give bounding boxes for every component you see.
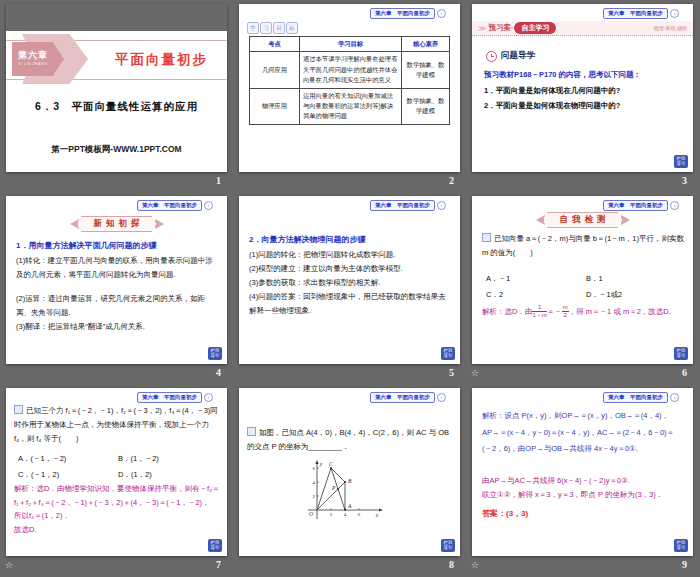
cell-mubiao: 通过本节课学习理解向量在处理有关平面几何问题中的优越性并体会向量在几何和现实生活…	[300, 52, 402, 88]
nav-badge[interactable]: 栏目 导引	[441, 347, 455, 360]
slide-number: 4	[216, 367, 221, 378]
nav-badge[interactable]: 栏目 导引	[674, 155, 688, 168]
chapter-tab-label: 第六章 平面向量初步	[603, 392, 668, 403]
chapter-header-tab: 第六章 平面向量初步 ›	[370, 8, 446, 19]
analysis-text: 联立①②，解得 x＝3，y＝3，即点 P 的坐标为(3，3)．	[482, 488, 684, 502]
band-highlight: 自主学习	[514, 22, 556, 34]
figure-coordinate-plane: xyO246246ABCP	[301, 460, 385, 524]
lesson-subtitle: 6．3 平面向量线性运算的应用	[6, 100, 227, 114]
option-c: C．2	[486, 290, 586, 300]
analysis-text: 解析：选D．由	[482, 307, 532, 316]
cell-kaodian: 几何应用	[250, 52, 300, 88]
svg-text:6: 6	[313, 466, 316, 471]
slide-number: 7	[216, 559, 221, 570]
clock-icon	[486, 51, 497, 62]
slide-thumbnail-6[interactable]: 第六章 平面向量初步 › 自我检测 已知向量 a＝(－2，m)与向量 b＝(1－…	[472, 196, 693, 364]
option-b: B．(1，－2)	[118, 454, 213, 464]
chapter-tab-label: 第六章 平面向量初步	[603, 200, 668, 211]
question-text: 如图，已知点 A(4，0)，B(4，4)，C(2，6)，则 AC 与 OB 的交…	[247, 428, 449, 451]
slide-number: 5	[449, 367, 454, 378]
nav-circle-icon: ›	[204, 201, 213, 210]
slide-thumbnail-2[interactable]: 第六章 平面向量初步 › 学 习 目 标 考点 学习目标 核心素养 几何应用 通…	[239, 4, 460, 172]
option-d: D．(1，2)	[118, 470, 213, 480]
analysis-text: 解析：选D．由物理学知识知，要使物体保持平衡，则有－f₄＝f₁＋f₂＋f₃＝(－…	[14, 482, 220, 509]
nav-badge-text: 导引	[208, 545, 222, 551]
title-banner: 第六章 DI LIU ZHANG 平面向量初步	[6, 40, 227, 80]
svg-text:2: 2	[330, 512, 333, 517]
cell-kaodian: 物理应用	[250, 88, 300, 124]
step-line: (3)翻译：把运算结果“翻译”成几何关系.	[16, 322, 145, 331]
analysis-text: ，得 m＝－1 或 m＝2，故选D.	[569, 307, 671, 316]
chapter-header-tab: 第六章 平面向量初步 ›	[603, 392, 679, 403]
option-d: D．－1或2	[586, 290, 676, 300]
chapter-tab-label: 第六章 平面向量初步	[137, 200, 202, 211]
chapter-tab-label: 第六章 平面向量初步	[370, 200, 435, 211]
slide-thumbnail-1[interactable]: 第六章 DI LIU ZHANG 平面向量初步 6．3 平面向量线性运算的应用 …	[6, 4, 227, 172]
chapter-header-tab: 第六章 平面向量初步 ›	[137, 392, 213, 403]
nav-badge-text: 导引	[674, 545, 688, 551]
slide-number: 2	[449, 175, 454, 186]
slide-thumbnail-4[interactable]: 第六章 平面向量初步 › 新知初探 1．用向量方法解决平面几何问题的步骤 (1)…	[6, 196, 227, 364]
band-tagline: 梳理·发现·感悟	[654, 25, 687, 31]
svg-text:4: 4	[313, 480, 316, 485]
cell-suyang: 数学抽象、数学建模	[402, 88, 450, 124]
guide-question: 1．平面向量是如何体现在几何问题中的?	[484, 86, 620, 96]
nav-circle-icon: ›	[437, 393, 446, 402]
cell-mubiao: 运用向量的有关知识(向量加减法与向量数量积的运算法则等)解决简单的物理问题	[300, 88, 402, 124]
nav-badge[interactable]: 栏目 导引	[441, 539, 455, 552]
badge-char: 目	[273, 22, 285, 34]
nav-circle-icon: ›	[670, 201, 679, 210]
objectives-table: 考点 学习目标 核心素养 几何应用 通过本节课学习理解向量在处理有关平面几何问题…	[249, 36, 450, 125]
svg-text:2: 2	[313, 494, 316, 499]
preview-instruction: 预习教材P168－P170 的内容，思考以下问题：	[484, 70, 641, 80]
slide-thumbnail-3[interactable]: 第六章 平面向量初步 › ≫ 预习案· 自主学习 梳理·发现·感悟 问题导学 预…	[472, 4, 693, 172]
question-marker-icon	[247, 427, 256, 436]
template-footer: 第一PPT模板网-WWW.1PPT.COM	[6, 144, 227, 156]
nav-badge-text: 导引	[674, 161, 688, 167]
step-line: (1)问题的转化：把物理问题转化成数学问题.	[249, 250, 395, 259]
band-prefix: 预习案·	[488, 23, 513, 33]
analysis-text: 解析：设点 P(x，y)，则OP→＝(x，y)，OB→＝(4，4)，AP→＝(x…	[482, 411, 674, 453]
table-row: 几何应用 通过本节课学习理解向量在处理有关平面几何问题中的优越性并体会向量在几何…	[250, 52, 450, 88]
option-a: A．－1	[486, 274, 586, 284]
figure-container: xyO246246ABCP	[301, 460, 385, 526]
slide-thumbnail-9[interactable]: 第六章 平面向量初步 › 解析：设点 P(x，y)，则OP→＝(x，y)，OB→…	[472, 388, 693, 556]
nav-circle-icon: ›	[437, 9, 446, 18]
chapter-tab-label: 第六章 平面向量初步	[370, 8, 435, 19]
chapter-header-tab: 第六章 平面向量初步 ›	[370, 200, 446, 211]
option-c: C．(－1，2)	[18, 470, 118, 480]
section-title: 问题导学	[501, 50, 535, 62]
fraction: m2	[562, 304, 569, 319]
slide-thumbnail-5[interactable]: 第六章 平面向量初步 › 2．向量方法解决物理问题的步骤 (1)问题的转化：把物…	[239, 196, 460, 364]
nav-badge-text: 导引	[441, 353, 455, 359]
slide-thumbnail-8[interactable]: 第六章 平面向量初步 › 如图，已知点 A(4，0)，B(4，4)，C(2，6)…	[239, 388, 460, 556]
nav-badge-text: 导引	[208, 353, 222, 359]
question-marker-icon	[14, 405, 23, 414]
fraction-numerator: 1	[532, 304, 546, 312]
chapter-header-tab: 第六章 平面向量初步 ›	[603, 8, 679, 19]
nav-badge[interactable]: 栏目 导引	[674, 539, 688, 552]
nav-badge[interactable]: 栏目 导引	[674, 347, 688, 360]
slide-number: 1	[216, 175, 221, 186]
banner-title: 新知初探	[77, 216, 157, 232]
question-text: 已知向量 a＝(－2，m)与向量 b＝(1－m，1)平行，则实数 m 的值为( …	[482, 234, 684, 257]
slide-number: 3	[682, 175, 687, 186]
topic-heading: 2．向量方法解决物理问题的步骤	[249, 234, 365, 245]
nav-badge[interactable]: 栏目 导引	[208, 539, 222, 552]
question-text: 已知三个力 f₁＝(－2，－1)，f₂＝(－3，2)，f₃＝(4，－3)同时作用…	[14, 406, 218, 443]
chapter-tab-label: 第六章 平面向量初步	[603, 8, 668, 19]
nav-circle-icon: ›	[204, 393, 213, 402]
svg-text:x: x	[375, 512, 379, 518]
svg-text:6: 6	[358, 512, 361, 517]
slide-thumbnail-7[interactable]: 第六章 平面向量初步 › 已知三个力 f₁＝(－2，－1)，f₂＝(－3，2)，…	[6, 388, 227, 556]
cell-suyang: 数学抽象、数学建模	[402, 52, 450, 88]
chevron-icon: ≫	[478, 24, 486, 33]
chapter-tab-label: 第六章 平面向量初步	[137, 392, 202, 403]
nav-badge[interactable]: 栏目 导引	[208, 347, 222, 360]
table-row: 物理应用 运用向量的有关知识(向量加减法与向量数量积的运算法则等)解决简单的物理…	[250, 88, 450, 124]
slide-number: 9	[682, 559, 687, 570]
chapter-tab-label: 第六章 平面向量初步	[370, 392, 435, 403]
badge-char: 习	[260, 22, 272, 34]
slide-number: 6	[682, 367, 687, 378]
analysis-text: 由AP→与AC→共线得 6(x－4)－(－2)y＝0②.	[482, 474, 684, 488]
